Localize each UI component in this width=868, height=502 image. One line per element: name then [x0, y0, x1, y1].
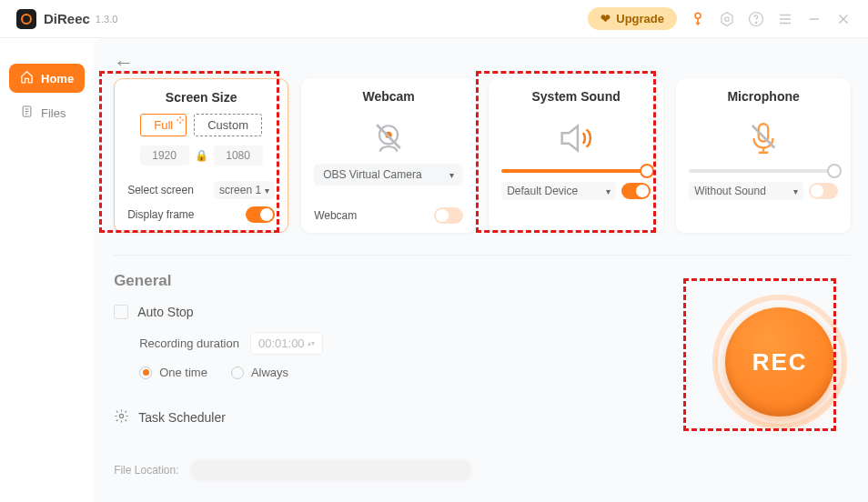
menu-icon[interactable] [777, 11, 793, 27]
sidebar: Home Files [0, 38, 94, 502]
speaker-icon [501, 113, 651, 164]
lock-icon[interactable]: 🔒 [195, 149, 208, 162]
display-frame-toggle[interactable] [246, 206, 275, 223]
system-sound-slider[interactable] [501, 169, 651, 173]
app-logo [16, 9, 36, 29]
svg-point-2 [725, 16, 730, 21]
screen-width-input[interactable] [140, 146, 189, 166]
heart-icon: ❤ [601, 12, 611, 25]
svg-marker-1 [722, 12, 732, 25]
system-sound-toggle[interactable] [621, 183, 651, 199]
file-location-label: File Location: [114, 464, 178, 477]
card-microphone: Microphone Without Sound▾ [676, 78, 851, 233]
microphone-device-select[interactable]: Without Sound▾ [689, 182, 803, 200]
card-webcam: Webcam OBS Virtual Camera▾ Webcam [301, 78, 476, 233]
close-button[interactable] [835, 11, 852, 27]
recording-duration-input[interactable]: 00:01:00 ▴▾ [250, 332, 323, 355]
microphone-slider[interactable] [689, 169, 838, 173]
screen-mode-full[interactable]: Full [140, 114, 187, 136]
back-button[interactable]: ← [114, 51, 134, 75]
svg-point-0 [695, 13, 701, 18]
auto-stop-checkbox[interactable] [114, 305, 128, 319]
microphone-off-icon [689, 113, 838, 164]
chevron-down-icon: ▾ [793, 186, 798, 196]
system-sound-device-select[interactable]: Default Device▾ [501, 182, 616, 200]
files-icon [20, 105, 34, 121]
main-panel: ← Screen Size Full Custom 🔒 [94, 38, 868, 502]
sidebar-item-label: Files [41, 106, 66, 120]
webcam-device-select[interactable]: OBS Virtual Camera▾ [314, 164, 463, 186]
auto-stop-label: Auto Stop [137, 305, 194, 319]
screen-mode-custom[interactable]: Custom [194, 114, 262, 136]
card-title: Screen Size [127, 90, 275, 105]
help-icon[interactable] [748, 11, 764, 27]
card-system-sound: System Sound Default Device▾ [489, 78, 663, 233]
task-scheduler-label: Task Scheduler [138, 410, 226, 425]
key-icon[interactable] [690, 11, 706, 27]
webcam-off-icon [314, 113, 463, 164]
sidebar-item-files[interactable]: Files [9, 98, 85, 127]
card-title: Microphone [689, 89, 838, 104]
divider [114, 255, 851, 256]
sidebar-item-label: Home [41, 72, 74, 85]
general-heading: General [114, 272, 851, 290]
svg-point-9 [120, 414, 124, 417]
webcam-toggle[interactable] [434, 207, 463, 224]
record-label: REC [752, 348, 808, 376]
app-name: DiReec [44, 11, 90, 26]
stepper-icon[interactable]: ▴▾ [308, 341, 315, 346]
svg-point-4 [755, 22, 756, 23]
record-button[interactable]: REC [725, 307, 834, 417]
recording-duration-label: Recording duration [139, 336, 239, 350]
radio-always[interactable]: Always [231, 366, 288, 379]
card-title: System Sound [501, 89, 651, 104]
radio-one-time[interactable]: One time [139, 366, 207, 379]
upgrade-label: Upgrade [616, 12, 664, 25]
select-screen-label: Select screen [127, 184, 194, 196]
chevron-down-icon: ▾ [606, 186, 611, 196]
webcam-toggle-label: Webcam [314, 209, 357, 222]
screen-select[interactable]: screen 1▾ [214, 181, 275, 199]
display-frame-label: Display frame [127, 208, 194, 221]
source-cards: Screen Size Full Custom 🔒 Select screen [114, 78, 851, 233]
file-location-path[interactable] [190, 459, 472, 481]
card-screen-size: Screen Size Full Custom 🔒 Select screen [114, 78, 288, 233]
chevron-down-icon: ▾ [449, 170, 454, 180]
titlebar: DiReec 1.3.0 ❤ Upgrade [0, 0, 868, 38]
card-title: Webcam [314, 89, 463, 104]
upgrade-button[interactable]: ❤ Upgrade [588, 7, 677, 30]
settings-icon[interactable] [719, 11, 735, 27]
chevron-down-icon: ▾ [265, 186, 269, 196]
microphone-toggle[interactable] [809, 183, 838, 199]
record-button-container: REC [712, 295, 847, 429]
sidebar-item-home[interactable]: Home [9, 64, 85, 93]
home-icon [20, 70, 34, 86]
screen-height-input[interactable] [214, 146, 263, 166]
minimize-button[interactable] [806, 11, 823, 27]
gear-icon [114, 408, 129, 427]
app-version: 1.3.0 [96, 14, 117, 25]
